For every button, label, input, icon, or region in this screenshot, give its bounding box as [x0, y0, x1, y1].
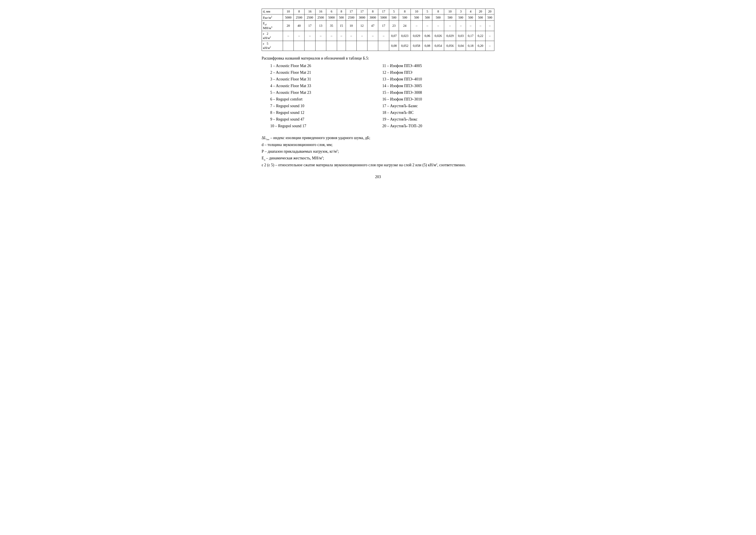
legend-item-4: 4 – Acoustic Floor Mat 33: [270, 83, 374, 89]
cell-eps5-17: 0,04: [456, 41, 466, 51]
cell-p-3: 2500: [305, 14, 315, 21]
cell-eps5-6: [337, 41, 346, 51]
cell-p-16: 500: [444, 14, 456, 21]
col-header-7: 17: [346, 9, 357, 14]
cell-eps2-5: –: [326, 31, 337, 41]
cell-eps5-13: 0,058: [411, 41, 422, 51]
col-header-4: 16: [315, 9, 326, 14]
cell-eps2-10: –: [378, 31, 389, 41]
legend-intro-text: Расшифровка названий материалов и обозна…: [262, 56, 494, 61]
legend-item-20: 20 – АкустовЪ–ТОП–20: [382, 123, 486, 129]
legend-item-10: 10 – Regupol sound 17: [270, 123, 374, 129]
legend-item-7: 7 – Regupol sound 10: [270, 103, 374, 109]
cell-ed-14: –: [422, 21, 432, 31]
cell-p-17: 500: [456, 14, 466, 21]
cell-p-2: 2500: [294, 14, 305, 21]
cell-ed-9: 47: [367, 21, 378, 31]
cell-p-9: 3000: [367, 14, 378, 21]
legend-item-19: 19 – АкустовЪ–Люкс: [382, 117, 486, 122]
cell-eps2-11: 0,07: [389, 31, 399, 41]
legend-item-1: 1 – Acoustic Floor Mat 26: [270, 63, 374, 69]
footnote-1: ΔLnw – индекс изоляции приведенного уров…: [262, 135, 494, 141]
cell-p-11: 500: [389, 14, 399, 21]
cell-ed-10: 17: [378, 21, 389, 31]
col-header-15: 8: [432, 9, 444, 14]
col-header-5: 6: [326, 9, 337, 14]
page-number: 203: [262, 175, 494, 179]
cell-eps2-18: 0,17: [466, 31, 475, 41]
cell-ed-19: –: [475, 21, 486, 31]
legend-item-18: 18 – АкустовЪ–ВС: [382, 110, 486, 115]
cell-p-5: 5000: [326, 14, 337, 21]
cell-eps2-4: –: [315, 31, 326, 41]
cell-eps5-7: [346, 41, 357, 51]
legend-item-16: 16 – Изофом ППЭ–3010: [382, 97, 486, 102]
row-label-eps5: ε 5кН/м2: [262, 41, 283, 51]
cell-ed-18: –: [466, 21, 475, 31]
cell-eps2-3: –: [305, 31, 315, 41]
cell-eps2-1: –: [283, 31, 293, 41]
cell-p-13: 500: [411, 14, 422, 21]
cell-eps2-14: 0,06: [422, 31, 432, 41]
cell-p-7: 2500: [346, 14, 357, 21]
cell-ed-13: –: [411, 21, 422, 31]
cell-eps2-8: –: [357, 31, 367, 41]
col-header-6: 8: [337, 9, 346, 14]
cell-eps2-20: –: [485, 31, 494, 41]
legend-item-6: 6 – Regupol comfort: [270, 97, 374, 102]
col-header-1: 10: [283, 9, 293, 14]
legend-item-14: 14 – Изофом ППЭ–3005: [382, 83, 486, 89]
cell-eps2-2: –: [294, 31, 305, 41]
cell-p-19: 500: [475, 14, 486, 21]
col-header-14: 5: [422, 9, 432, 14]
cell-ed-16: –: [444, 21, 456, 31]
cell-p-14: 500: [422, 14, 432, 21]
cell-eps5-16: 0,056: [444, 41, 456, 51]
legend-item-8: 8 – Regupol sound 12: [270, 110, 374, 115]
cell-eps2-9: –: [367, 31, 378, 41]
legend-item-9: 9 – Regupol sound 47: [270, 117, 374, 122]
cell-eps5-10: [378, 41, 389, 51]
cell-p-12: 500: [399, 14, 411, 21]
col-header-20: 20: [485, 9, 494, 14]
cell-eps2-19: 0,22: [475, 31, 486, 41]
cell-eps5-18: 0,18: [466, 41, 475, 51]
cell-eps5-19: 0,20: [475, 41, 486, 51]
cell-eps5-9: [367, 41, 378, 51]
table-row-eps2: ε 2кН/м2 – – – – – – – – – – 0,07 0,023 …: [262, 31, 494, 41]
col-header-label: d, мм: [262, 9, 283, 14]
cell-eps5-12: 0,052: [399, 41, 411, 51]
cell-eps5-14: 0,08: [422, 41, 432, 51]
cell-eps5-1: [283, 41, 293, 51]
cell-p-15: 500: [432, 14, 444, 21]
cell-p-6: 500: [337, 14, 346, 21]
col-header-19: 20: [475, 9, 486, 14]
row-label-p: Р,кг/м2: [262, 14, 283, 21]
cell-eps2-6: –: [337, 31, 346, 41]
cell-ed-2: 40: [294, 21, 305, 31]
cell-ed-8: 12: [357, 21, 367, 31]
col-header-10: 17: [378, 9, 389, 14]
cell-ed-6: 15: [337, 21, 346, 31]
cell-p-1: 5000: [283, 14, 293, 21]
legend-item-12: 12 – Изофом ППЭ: [382, 70, 486, 75]
table-row-p: Р,кг/м2 5000 2500 2500 2500 5000 500 250…: [262, 14, 494, 21]
footnotes-section: ΔLnw – индекс изоляции приведенного уров…: [262, 135, 494, 168]
col-header-16: 10: [444, 9, 456, 14]
cell-ed-1: 20: [283, 21, 293, 31]
cell-p-20: 500: [485, 14, 494, 21]
legend-item-13: 13 – Изофом ППЭ–4010: [382, 76, 486, 82]
cell-eps5-2: [294, 41, 305, 51]
cell-ed-4: 13: [315, 21, 326, 31]
cell-ed-15: –: [432, 21, 444, 31]
col-header-17: 3: [456, 9, 466, 14]
footnote-2: d – толщина звукоизоляционного слоя, мм;: [262, 142, 494, 148]
cell-ed-5: 35: [326, 21, 337, 31]
cell-eps2-12: 0,023: [399, 31, 411, 41]
legend-grid: 1 – Acoustic Floor Mat 26 11 – Изофом ПП…: [270, 63, 486, 129]
legend-item-3: 3 – Acoustic Floor Mat 31: [270, 76, 374, 82]
footnote-3: Р – диапазон прикладываемых нагрузок, кг…: [262, 148, 494, 155]
cell-eps2-17: 0,03: [456, 31, 466, 41]
table-header-row: d, мм 10 8 16 16 6 8 17 17 8 17 5 8 10 5…: [262, 9, 494, 14]
col-header-12: 8: [399, 9, 411, 14]
